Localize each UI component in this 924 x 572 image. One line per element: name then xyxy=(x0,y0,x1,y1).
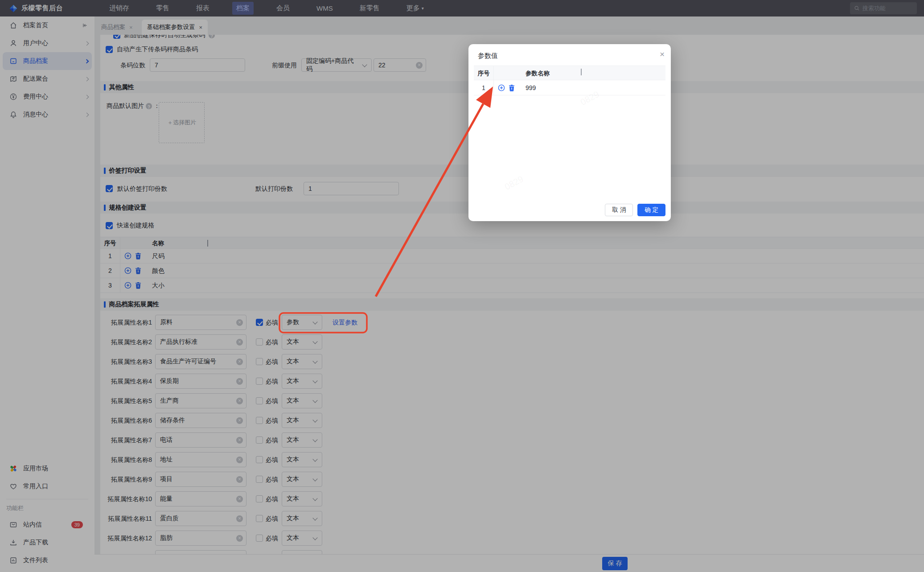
confirm-button[interactable]: 确 定 xyxy=(637,204,665,216)
close-icon[interactable]: × xyxy=(660,50,665,58)
column-divider xyxy=(581,69,582,75)
param-table: 序号 参数名称 1 999 xyxy=(474,66,665,95)
watermark: 0829 xyxy=(503,174,525,192)
param-value-dialog: 参数值 × 序号 参数名称 1 999 0829 0829 取 消 确 定 xyxy=(468,44,671,221)
param-row: 1 999 xyxy=(474,80,665,95)
modal-backdrop[interactable] xyxy=(0,0,924,572)
add-row-icon[interactable] xyxy=(498,84,505,91)
param-table-header: 序号 参数名称 xyxy=(474,66,665,80)
param-row-index: 1 xyxy=(474,80,494,95)
delete-row-icon[interactable] xyxy=(508,84,515,91)
dialog-title: 参数值 xyxy=(474,44,665,66)
param-row-name: 999 xyxy=(526,80,536,95)
cancel-button[interactable]: 取 消 xyxy=(605,204,633,216)
